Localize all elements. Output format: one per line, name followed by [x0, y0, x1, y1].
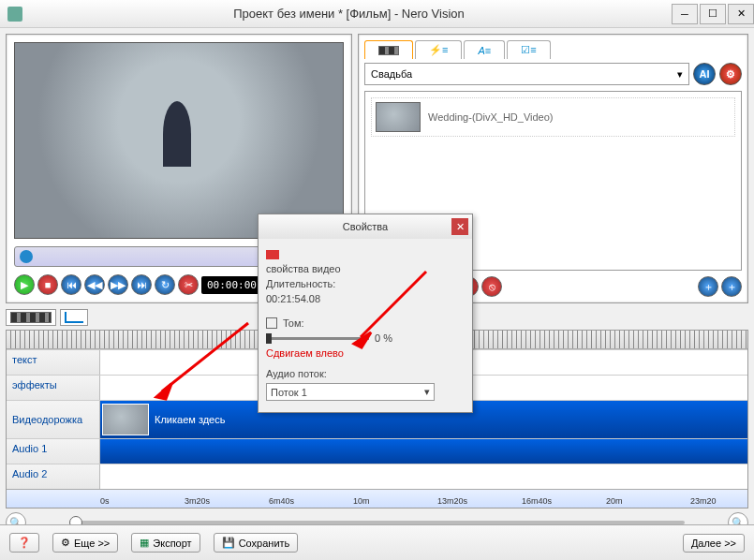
clip-thumb — [102, 404, 149, 435]
dialog-close-button[interactable]: ✕ — [451, 218, 468, 235]
track-video-label: Видеодорожка — [7, 401, 100, 438]
ruler-mark: 3m20s — [185, 496, 210, 506]
loop-button[interactable]: ↻ — [155, 274, 175, 295]
add2-button[interactable]: ＋ — [721, 276, 742, 297]
category-selected: Свадьба — [371, 68, 412, 80]
help-icon: ❓ — [18, 537, 31, 549]
dialog-titlebar[interactable]: Свойства ✕ — [259, 214, 472, 239]
add-button[interactable]: ＋ — [698, 276, 718, 297]
chevron-down-icon: ▾ — [677, 68, 683, 81]
rewind-button[interactable]: ◀◀ — [84, 274, 105, 295]
asset-item[interactable]: Wedding-(DivX_HD_Video) — [371, 97, 735, 137]
volume-value: 0 % — [375, 332, 392, 344]
speaker-icon — [266, 317, 277, 329]
ruler-mark: 16m40s — [522, 496, 552, 506]
remove-button[interactable]: ⦸ — [481, 276, 502, 297]
settings-button[interactable]: ⚙ — [719, 63, 742, 85]
audio-label: Аудио поток: — [266, 368, 465, 379]
ruler-mark: 0s — [100, 496, 110, 506]
ruler-mark: 23m20 — [690, 496, 717, 506]
minimize-button[interactable]: ─ — [672, 4, 698, 24]
category-select[interactable]: Свадьба ▾ — [364, 63, 689, 85]
audio-stream-value: Поток 1 — [271, 387, 307, 398]
next-button[interactable]: Далее >> — [683, 534, 745, 553]
track-text-label: текст — [7, 350, 100, 375]
track-effects-label: эффекты — [7, 376, 100, 400]
preview-image — [15, 43, 343, 238]
dialog-title: Свойства — [343, 221, 388, 232]
volume-thumb[interactable] — [266, 333, 272, 344]
ruler-mark: 6m40s — [269, 496, 294, 506]
timeline-mode-timeline[interactable] — [60, 309, 88, 326]
close-button[interactable]: ✕ — [728, 4, 754, 24]
export-icon: ▦ — [140, 537, 149, 549]
ruler-mark: 20m — [606, 496, 623, 506]
more-label: Еще >> — [74, 538, 110, 549]
next-button[interactable]: ⏭ — [131, 274, 152, 295]
asset-thumb — [376, 102, 421, 132]
tab-strip: ⚡≡ A≡ ☑≡ — [364, 40, 742, 59]
tab-list[interactable]: ☑≡ — [507, 40, 550, 59]
asset-name: Wedding-(DivX_HD_Video) — [428, 111, 554, 123]
audio-stream-select[interactable]: Поток 1 ▾ — [266, 383, 435, 401]
ruler-mark: 13m20s — [437, 496, 467, 506]
track-audio1-body[interactable] — [100, 439, 747, 464]
bottom-bar: ❓ ⚙Еще >> ▦Экспорт 💾Сохранить Далее >> — [0, 524, 754, 560]
ai-button[interactable]: AI — [693, 63, 716, 85]
export-label: Экспорт — [153, 538, 191, 549]
save-label: Сохранить — [239, 538, 290, 549]
video-preview[interactable] — [14, 42, 344, 239]
ruler-mark: 10m — [353, 496, 370, 506]
maximize-button[interactable]: ☐ — [700, 4, 726, 24]
chevron-down-icon: ▾ — [424, 386, 430, 398]
save-icon: 💾 — [222, 537, 235, 549]
cut-button[interactable]: ✂ — [178, 274, 199, 295]
save-button[interactable]: 💾Сохранить — [214, 533, 299, 553]
properties-dialog[interactable]: Свойства ✕ свойства видео Длительность: … — [258, 214, 473, 413]
volume-slider[interactable] — [266, 337, 369, 340]
track-audio2[interactable]: Audio 2 — [7, 464, 747, 489]
track-audio1-label: Audio 1 — [7, 439, 100, 464]
gear-icon: ⚙ — [61, 537, 70, 549]
duration-value: 00:21:54.08 — [266, 293, 465, 304]
pin-icon — [266, 250, 279, 259]
prev-button[interactable]: ⏮ — [61, 274, 81, 295]
stop-button[interactable]: ■ — [37, 274, 58, 295]
next-label: Далее >> — [691, 538, 736, 549]
forward-button[interactable]: ▶▶ — [108, 274, 128, 295]
tab-effects[interactable]: ⚡≡ — [415, 40, 462, 59]
window-title: Проект без имени * [Фильм] - Nero Vision — [28, 7, 670, 21]
titlebar: Проект без имени * [Фильм] - Nero Vision… — [0, 0, 754, 28]
volume-label: Том: — [283, 317, 304, 329]
track-audio2-label: Audio 2 — [7, 464, 100, 489]
play-button[interactable]: ▶ — [14, 274, 35, 295]
track-audio1[interactable]: Audio 1 — [7, 438, 747, 464]
more-button[interactable]: ⚙Еще >> — [52, 533, 118, 553]
track-audio2-body[interactable] — [100, 464, 747, 489]
tab-media[interactable] — [364, 40, 413, 59]
hint-text: Сдвигаем влево — [266, 347, 344, 359]
help-button[interactable]: ❓ — [9, 533, 39, 553]
tab-text[interactable]: A≡ — [464, 40, 505, 59]
duration-label: Длительность: — [266, 278, 465, 289]
clip-label: Кликаем здесь — [155, 414, 225, 425]
timeline-ruler-bottom[interactable]: 0s 3m20s 6m40s 10m 13m20s 16m40s 20m 23m… — [7, 489, 747, 508]
app-icon — [7, 7, 22, 22]
dialog-section: свойства видео — [266, 263, 465, 274]
export-button[interactable]: ▦Экспорт — [131, 533, 200, 553]
timeline-mode-storyboard[interactable] — [6, 309, 56, 326]
